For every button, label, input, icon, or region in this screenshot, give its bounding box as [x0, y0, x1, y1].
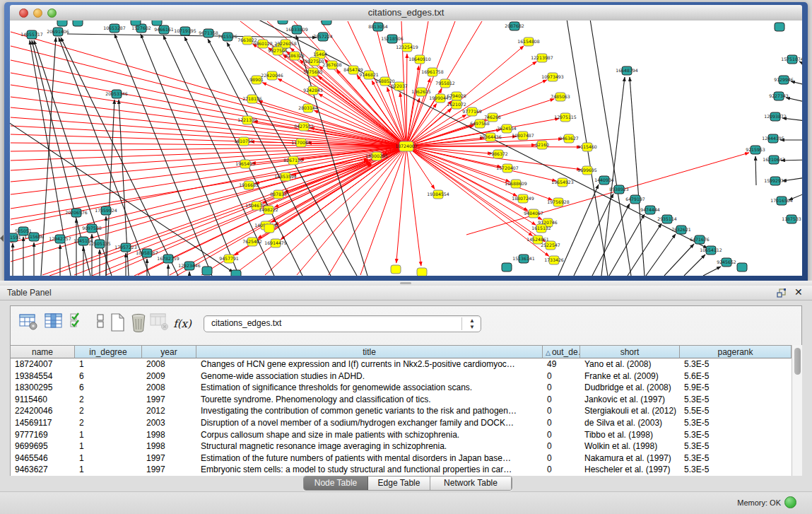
graph-node[interactable]: 15218506: [381, 35, 404, 43]
float-window-icon[interactable]: [777, 288, 787, 297]
graph-node-selected[interactable]: 62160: [535, 141, 549, 149]
cell-outde[interactable]: 0: [543, 429, 580, 441]
cell-short[interactable]: Tibbo et al. (1998): [580, 429, 680, 441]
graph-node-selected[interactable]: 19384554: [427, 190, 449, 199]
graph-node[interactable]: [278, 21, 288, 24]
graph-node-selected[interactable]: 9777169: [462, 107, 482, 116]
cell-outde[interactable]: 0: [543, 464, 580, 476]
cell-year[interactable]: 2008: [142, 382, 196, 394]
cell-pagerank[interactable]: 5.5E-5: [680, 405, 792, 417]
cell-year[interactable]: 1998: [142, 440, 196, 452]
column-header-title[interactable]: title: [196, 345, 543, 358]
table-row[interactable]: 2242004622012Investigating the contribut…: [11, 405, 792, 417]
graph-node[interactable]: 14055717: [20, 30, 43, 39]
cell-outde[interactable]: 0: [543, 370, 580, 382]
graph-node[interactable]: 15136141: [512, 255, 535, 263]
cell-outde[interactable]: 0: [543, 405, 580, 417]
table-row[interactable]: 1830029562008Estimation of significance …: [11, 382, 792, 394]
graph-node-selected[interactable]: 8267130: [283, 156, 303, 165]
cell-pagerank[interactable]: 5.3E-5: [680, 440, 792, 452]
graph-node-selected[interactable]: 822037: [391, 82, 408, 90]
close-panel-icon[interactable]: ✕: [794, 286, 803, 298]
graph-node[interactable]: 2087682: [505, 22, 524, 30]
column-header-name[interactable]: name: [11, 345, 75, 358]
cell-indegree[interactable]: 1: [75, 358, 142, 370]
graph-node-selected[interactable]: 10807487: [512, 132, 534, 140]
graph-node[interactable]: 16210643: [763, 156, 785, 164]
graph-node-selected[interactable]: 7625402: [242, 238, 262, 246]
graph-node-selected[interactable]: 12325419: [396, 43, 418, 52]
cell-name[interactable]: 9777169: [11, 429, 75, 441]
cell-title[interactable]: Estimation of the future numbers of pati…: [196, 452, 543, 465]
cell-title[interactable]: Embryonic stem cells: a model to study s…: [196, 464, 543, 476]
cell-name[interactable]: 19384554: [11, 370, 75, 382]
graph-node-selected[interactable]: 9699695: [577, 166, 597, 175]
graph-node-selected[interactable]: 1621072: [447, 100, 466, 109]
graph-node-selected[interactable]: 9115460: [577, 143, 597, 151]
memory-ok-led-icon[interactable]: [784, 496, 796, 508]
graph-node[interactable]: 17359924: [95, 206, 117, 215]
delete-table-icon[interactable]: [128, 312, 149, 336]
cell-name[interactable]: 18724007: [11, 358, 75, 370]
graph-node[interactable]: [202, 267, 212, 275]
table-row[interactable]: 1456911722003Disruption of a novel membe…: [11, 417, 792, 429]
cell-name[interactable]: 14569117: [11, 417, 75, 429]
cell-title[interactable]: Investigating the contribution of common…: [196, 405, 543, 417]
graph-node[interactable]: 17016504: [770, 197, 793, 205]
column-header-indegree[interactable]: in_degree: [75, 345, 142, 358]
cell-outde[interactable]: 0: [543, 417, 580, 429]
graph-node-selected[interactable]: 12213987: [531, 54, 553, 62]
graph-node[interactable]: 20691406: [47, 28, 69, 36]
graph-node[interactable]: 12093872: [764, 112, 787, 121]
cell-pagerank[interactable]: 5.3E-5: [680, 394, 792, 406]
close-window-icon[interactable]: [19, 8, 28, 18]
cell-title[interactable]: Genome-wide association studies in ADHD.: [196, 370, 543, 382]
table-settings-icon[interactable]: [18, 312, 39, 336]
minimize-window-icon[interactable]: [33, 8, 42, 18]
graph-node[interactable]: 2935114: [657, 215, 677, 223]
graph-node-selected[interactable]: 10688609: [505, 180, 527, 188]
table-row[interactable]: 911546021997Tourette syndrome. Phenomeno…: [11, 394, 792, 406]
graph-node-selected[interactable]: 10973493: [541, 73, 564, 81]
graph-node[interactable]: 9466161: [154, 25, 174, 34]
cell-indegree[interactable]: 6: [75, 370, 142, 382]
function-builder-icon[interactable]: f(x): [172, 312, 193, 336]
window-titlebar[interactable]: citations_edges.txt: [10, 5, 802, 21]
cell-name[interactable]: 18300295: [11, 382, 75, 394]
graph-node-selected[interactable]: 9827508: [305, 57, 324, 66]
cell-indegree[interactable]: 1: [75, 464, 142, 476]
graph-node[interactable]: [322, 21, 331, 25]
graph-node-selected[interactable]: 7955812: [435, 79, 455, 88]
cell-short[interactable]: Stergiakouli et al. (2012): [580, 405, 680, 417]
graph-node[interactable]: 7615526: [218, 33, 237, 41]
table-row[interactable]: 969969511998Structural magnetic resonanc…: [11, 440, 792, 452]
table-row[interactable]: 946362711997Embryonic stem cells: a mode…: [11, 464, 792, 476]
cell-short[interactable]: Jankovic et al. (1997): [580, 394, 680, 406]
cell-pagerank[interactable]: 5.3E-5: [680, 464, 792, 476]
graph-node-selected[interactable]: 18807249: [512, 194, 534, 203]
tab-node-table[interactable]: Node Table: [304, 477, 368, 490]
graph-node[interactable]: [775, 23, 784, 31]
graph-node[interactable]: 6479197: [625, 195, 645, 204]
graph-node[interactable]: 12942757: [49, 235, 71, 243]
graph-node[interactable]: 6471676: [690, 235, 710, 244]
graph-node[interactable]: 20053346: [105, 90, 128, 98]
column-header-pagerank[interactable]: pagerank: [680, 345, 792, 358]
graph-node-selected[interactable]: 16961758: [421, 68, 444, 76]
graph-node[interactable]: 10958167: [136, 249, 158, 257]
cell-pagerank[interactable]: 5.6E-5: [680, 370, 792, 382]
graph-node[interactable]: 1115686: [24, 233, 44, 241]
cell-short[interactable]: Wolkin et al. (1998): [580, 440, 680, 452]
graph-node-selected[interactable]: [417, 268, 427, 276]
graph-node-selected[interactable]: 12975115: [554, 113, 577, 122]
cell-outde[interactable]: 0: [543, 440, 580, 452]
graph-node-selected[interactable]: 9860128: [253, 40, 273, 48]
graph-node-selected[interactable]: [391, 265, 401, 274]
cell-outde[interactable]: 49: [543, 358, 580, 370]
cell-year[interactable]: 2012: [142, 405, 196, 417]
cell-name[interactable]: 22420046: [11, 405, 75, 417]
cell-short[interactable]: Franke et al. (2009): [580, 370, 680, 382]
divider-handle-icon[interactable]: [400, 282, 411, 284]
graph-node-selected[interactable]: 1916685: [239, 181, 259, 189]
cell-year[interactable]: 2009: [142, 370, 196, 382]
